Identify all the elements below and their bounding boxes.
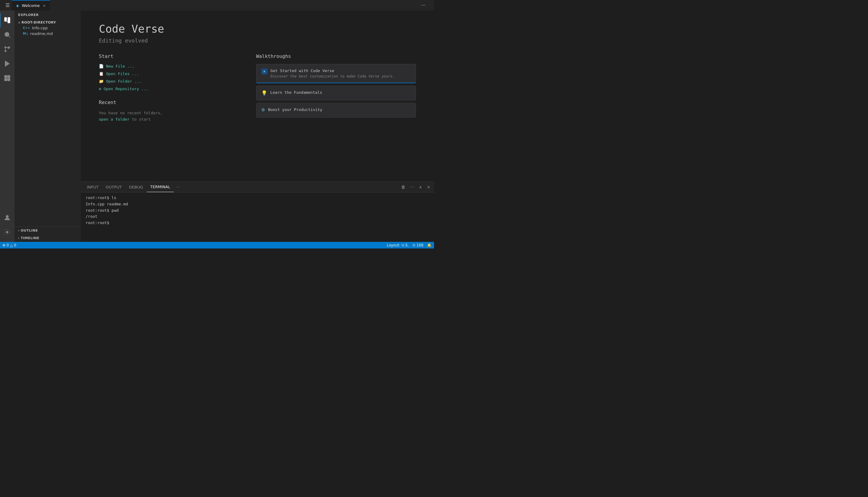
timeline-chevron-icon: › [18,237,19,240]
activity-item-explorer[interactable] [0,13,14,27]
status-layout[interactable]: Layout: U.S. [387,243,409,247]
recent-text: You have no recent folders, open a folde… [99,110,232,123]
walkthrough-boost-content: Boost your Productivity [268,108,322,113]
panel-delete-button[interactable]: 🗑 [400,184,407,190]
sidebar: EXPLORER ∨ ROOT-DIRECTORY C++ Info.cpp M… [14,11,81,242]
panel-close-button[interactable]: × [426,184,431,190]
timeline-section[interactable]: › TIMELINE [14,234,81,242]
open-repository-link[interactable]: ⚙ Open Repository ... [99,87,232,91]
sidebar-file-readme-md[interactable]: M↓ readme.md [14,31,81,37]
walkthrough-get-started[interactable]: ★ Get Started with Code Verse Discover t… [256,64,416,83]
open-files-label: Open Files ... [106,71,139,76]
sidebar-bottom: › OUTLINE › TIMELINE [14,227,81,242]
timeline-label: TIMELINE [21,236,40,240]
walkthrough-learn-content: Learn the Fundamentals [270,90,322,96]
tab-close-button[interactable]: × [42,3,47,9]
status-bar-right: Layout: U.S. ⊙ 168 🔔 [387,243,431,247]
svg-point-10 [6,215,9,218]
open-files-icon: 📋 [99,71,104,76]
menu-icon[interactable]: ☰ [3,1,12,9]
svg-rect-8 [4,79,7,81]
svg-point-3 [5,47,6,48]
panel-tab-terminal[interactable]: TERMINAL [147,182,174,192]
open-repo-icon: ⚙ [99,87,101,91]
svg-line-2 [9,36,11,38]
panel-tab-output[interactable]: OUTPUT [102,182,126,192]
outline-label: OUTLINE [21,229,38,232]
open-folder-label: Open Folder ... [106,79,141,84]
walkthroughs-heading: Walkthroughs [256,53,416,59]
activity-item-settings[interactable] [0,225,14,239]
activity-item-search[interactable] [0,27,14,42]
status-bar: ⊗ 0 △ 0 Layout: U.S. ⊙ 168 🔔 [0,242,434,248]
title-bar: ☰ ◈ Welcome × ··· [0,0,434,11]
activity-item-run-debug[interactable] [0,56,14,71]
recent-heading: Recent [99,100,232,105]
walkthrough-boost-title: Boost your Productivity [268,108,322,112]
main-layout: EXPLORER ∨ ROOT-DIRECTORY C++ Info.cpp M… [0,11,434,242]
walkthrough-get-started-desc: Discover the best customization to make … [271,74,395,79]
panel-tab-debug[interactable]: DEBUG [126,182,147,192]
open-repo-label: Open Repository ... [104,87,149,91]
title-bar-actions: ··· [416,1,431,9]
outline-chevron-icon: › [18,229,19,232]
outline-section[interactable]: › OUTLINE [14,227,81,234]
tab-welcome-label: Welcome [22,3,40,8]
activity-bar [0,11,14,242]
activity-item-extensions[interactable] [0,71,14,85]
svg-rect-0 [4,17,6,19]
sidebar-folder-root[interactable]: ∨ ROOT-DIRECTORY [14,20,81,25]
activity-bar-bottom [0,211,14,242]
app-title: Code Verse [99,23,416,35]
svg-point-1 [5,32,9,37]
svg-rect-7 [8,75,10,78]
status-notification[interactable]: 🔔 [427,243,431,247]
app-subtitle: Editing evolved [99,38,416,44]
walkthrough-learn-fundamentals[interactable]: 💡 Learn the Fundamentals [256,86,416,100]
status-zoom[interactable]: ⊙ 168 [412,243,424,247]
walkthrough-bulb-icon: 💡 [261,90,267,96]
welcome-tab-icon: ◈ [15,3,20,8]
open-folder-link[interactable]: 📁 Open Folder ... [99,79,232,84]
activity-item-source-control[interactable] [0,42,14,56]
terminal-line-2: Info.cpp readme.md [86,201,429,208]
panel: INPUT OUTPUT DEBUG TERMINAL ··· 🗑 ··· ∧ … [81,182,434,242]
welcome-columns: Start 📄 New File ... 📋 Open Files ... 📁 … [99,53,416,123]
activity-item-account[interactable] [0,211,14,225]
walkthrough-gear-icon: ⚙ [261,108,265,112]
editor-area: Code Verse Editing evolved Start 📄 New F… [81,11,434,242]
walkthroughs-col: Walkthroughs ★ Get Started with Code Ver… [256,53,416,123]
terminal-line-1: root:root$ ls [86,195,429,201]
sidebar-title: EXPLORER [14,11,81,19]
status-errors-warnings[interactable]: ⊗ 0 △ 0 [2,243,16,247]
walkthrough-get-started-title: Get Started with Code Verse [271,69,395,73]
file-label-readme-md: readme.md [30,31,53,36]
open-folder-icon: 📁 [99,79,104,84]
panel-tab-input[interactable]: INPUT [83,182,102,192]
new-file-icon: 📄 [99,64,104,69]
panel-maximize-button[interactable]: ∧ [418,184,423,190]
panel-more-button[interactable]: ··· [409,184,415,190]
terminal-line-3: root:root$ pwd [86,208,429,214]
title-bar-more-button[interactable]: ··· [418,1,428,9]
open-folder-recent-link[interactable]: open a folder [99,117,130,122]
walkthrough-learn-title: Learn the Fundamentals [270,90,322,95]
new-file-link[interactable]: 📄 New File ... [99,64,232,69]
file-label-info-cpp: Info.cpp [32,26,48,30]
terminal-content[interactable]: root:root$ ls Info.cpp readme.md root:ro… [81,193,434,242]
svg-rect-6 [4,75,7,78]
status-bar-left: ⊗ 0 △ 0 [2,243,16,247]
new-file-label: New File ... [106,64,134,69]
panel-tab-more-button[interactable]: ··· [174,185,182,189]
sidebar-file-info-cpp[interactable]: C++ Info.cpp [14,25,81,31]
walkthrough-get-started-content: Get Started with Code Verse Discover the… [271,69,395,79]
sidebar-explorer: ∨ ROOT-DIRECTORY C++ Info.cpp M↓ readme.… [14,19,81,37]
walkthrough-boost-productivity[interactable]: ⚙ Boost your Productivity [256,103,416,118]
tab-bar: ◈ Welcome × [12,0,415,11]
panel-tab-bar: INPUT OUTPUT DEBUG TERMINAL ··· 🗑 ··· ∧ … [81,182,434,193]
terminal-line-5: root:root$ [86,220,429,226]
svg-rect-9 [8,79,10,81]
tab-welcome[interactable]: ◈ Welcome × [12,0,50,11]
welcome-page: Code Verse Editing evolved Start 📄 New F… [81,11,434,182]
open-files-link[interactable]: 📋 Open Files ... [99,71,232,76]
